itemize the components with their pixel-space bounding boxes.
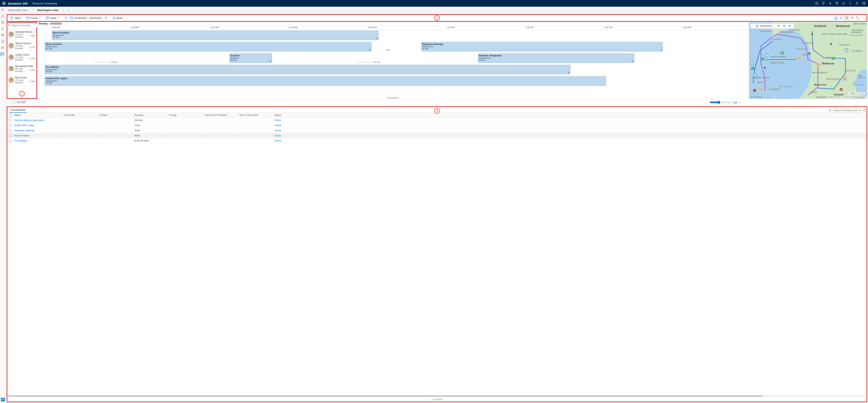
resource-row[interactable]: Bob Kozak (7h 16m booked) 16% — [7, 74, 36, 85]
lightbulb-icon[interactable] — [822, 2, 825, 5]
gear-icon[interactable] — [842, 2, 845, 5]
status-link[interactable]: Active — [275, 129, 281, 132]
grid-horizontal-scrollbar[interactable] — [7, 395, 867, 397]
zoom-slider[interactable] — [710, 101, 732, 104]
booking-block[interactable]: Install HVAC sytem Requirement 7h 16m — [45, 76, 606, 86]
gantt-chart[interactable]: Monday - 10/23/2023 8:00 AM9:00 AM10:00 … — [37, 22, 748, 99]
map-pin-2[interactable]: 2 — [753, 73, 757, 77]
requirement-row[interactable]: Express delivery spare parts 30 mins Act… — [7, 118, 867, 123]
map-avatar[interactable] — [798, 56, 802, 60]
requirements-refresh-icon[interactable] — [863, 109, 865, 112]
col-tfp[interactable]: Time From Promised — [204, 113, 238, 118]
requirement-link[interactable]: Fix antenna — [14, 140, 27, 142]
requirements-search-input[interactable] — [832, 108, 862, 113]
row-checkbox[interactable] — [9, 129, 12, 132]
row-checkbox[interactable] — [9, 124, 12, 127]
nav-building-icon[interactable] — [1, 40, 5, 43]
requirement-link[interactable]: Move furniture — [14, 134, 30, 137]
map-pin-3b[interactable]: 3 — [845, 48, 848, 52]
nav-list-icon[interactable] — [1, 46, 5, 50]
requirement-row[interactable]: Fix antenna 6 hrs 30 mins Active — [7, 138, 867, 143]
map-avatar[interactable] — [816, 63, 820, 67]
rs-badge[interactable]: RS — [1, 398, 5, 401]
nav-people-icon[interactable] — [1, 33, 5, 37]
grid-pager-prev[interactable]: ‹ — [430, 398, 431, 401]
requirement-row[interactable]: Regrease bearings 3 hrs Active — [7, 128, 867, 133]
pager-next-button[interactable]: › — [27, 101, 28, 104]
requirement-link[interactable]: Regrease bearings — [14, 129, 34, 132]
gantt-row[interactable]: 19m15mMove furniture Requirement 4h 15m … — [38, 41, 748, 53]
row-checkbox[interactable] — [9, 134, 12, 137]
nav-person-icon[interactable] — [1, 27, 5, 31]
resource-row[interactable]: Allison Dickson (7h 30m booked) 17% — [7, 40, 36, 51]
col-ttp[interactable]: Time To Promised — [238, 113, 273, 118]
date-range-button[interactable]: 10/19/2023 - 10/25/2023 — [68, 16, 104, 20]
requirement-row[interactable]: Move furniture 4 hrs Active — [7, 133, 867, 138]
date-prev-button[interactable] — [64, 16, 68, 20]
resource-row[interactable]: Bernadette Foley (6h 49m booked) 15% — [7, 62, 36, 74]
col-status[interactable]: Status — [273, 113, 867, 118]
row-checkbox[interactable] — [9, 140, 12, 142]
plus-icon[interactable] — [829, 2, 832, 5]
toolbar-more-button[interactable]: ⋯ — [124, 16, 129, 20]
tb-right-icon-1[interactable] — [833, 16, 838, 20]
map-avatar[interactable] — [843, 76, 847, 81]
nav-home-icon[interactable] — [1, 14, 5, 18]
filters-button[interactable]: Filters — [8, 16, 23, 20]
col-to[interactable]: To Date — [98, 113, 133, 118]
gantt-row[interactable]: 16mInstall HVAC sytem Requirement 7h 16m — [38, 75, 748, 87]
map-avatar[interactable] — [760, 87, 764, 92]
booking-block[interactable]: Express Requirem 3h 01m — [229, 54, 272, 63]
tb-agent-icon[interactable] — [844, 16, 849, 20]
map-zoom-out-icon[interactable] — [782, 25, 786, 27]
col-prio[interactable]: Priority — [168, 113, 204, 118]
grid-pager-next[interactable]: › — [443, 398, 444, 401]
booking-block[interactable]: Fix antenna Requirement 6h 49m — [45, 65, 570, 74]
date-next-button[interactable] — [103, 16, 108, 20]
resource-row[interactable]: Abraham McCormick (4h 22m booked) 10% — [7, 28, 36, 40]
pager-prev-button[interactable]: ‹ — [11, 101, 12, 104]
tb-more-icon[interactable]: ⋯ — [861, 16, 865, 20]
schedule-map[interactable]: 520 520 513 90 5 99 ‹ 10/23/2023 › Kirkl… — [749, 22, 867, 99]
timescale-dropdown[interactable]: Hourly — [25, 16, 42, 20]
col-dur[interactable]: Duration — [133, 113, 168, 118]
search-icon[interactable] — [815, 2, 818, 5]
tb-expand-icon[interactable] — [855, 16, 861, 20]
col-name[interactable]: Name — [13, 113, 62, 118]
gantt-row[interactable]: 19mFix antenna Requirement 6h 49m — [38, 64, 748, 75]
tb-refresh-icon[interactable] — [849, 16, 855, 20]
map-date-prev[interactable]: ‹ — [752, 25, 754, 27]
help-icon[interactable] — [849, 2, 852, 5]
tab-unscheduled[interactable]: Unscheduled — [9, 107, 27, 113]
status-link[interactable]: Active — [275, 124, 281, 127]
map-pin-3[interactable]: 3 — [750, 62, 754, 65]
booking-block[interactable]: Regrease bearings Requirement 3h 15m — [421, 42, 663, 52]
requirement-link[interactable]: Express delivery spare parts — [14, 119, 44, 122]
view-mode-dropdown[interactable]: Gantt — [44, 16, 61, 20]
requirement-link[interactable]: Install HVAC sytem — [14, 124, 34, 127]
col-from[interactable]: From Date — [62, 113, 98, 118]
status-link[interactable]: Active — [275, 140, 281, 142]
hamburger-icon[interactable]: ☰ — [1, 8, 4, 11]
map-pin-1[interactable]: 1 — [765, 54, 769, 57]
panel-icon[interactable] — [862, 2, 865, 5]
resource-row[interactable]: Ashley Chinn (7h 28m booked) 17% — [7, 51, 36, 62]
view-tab-washington[interactable]: Washington state — [35, 7, 61, 13]
map-zoom-in-icon[interactable] — [777, 25, 781, 27]
assistant-icon[interactable] — [856, 2, 859, 5]
view-tab-initial[interactable]: Initial public view — [6, 7, 30, 13]
gantt-row[interactable]: 2h 31m2h 27mExpress Requirem 3h 01m Repl… — [38, 53, 748, 64]
row-checkbox[interactable] — [9, 119, 12, 122]
map-date-next[interactable]: › — [773, 25, 775, 27]
tb-bell-icon[interactable] — [838, 16, 844, 20]
zoom-dropdown-icon[interactable]: ⌄ — [739, 101, 741, 104]
book-button[interactable]: Book — [111, 16, 124, 20]
status-link[interactable]: Active — [275, 134, 281, 137]
app-launcher-icon[interactable] — [2, 1, 6, 6]
nav-schedule-board-icon[interactable] — [1, 53, 5, 56]
add-view-button[interactable]: ＋ — [66, 8, 72, 12]
gantt-row[interactable]: 22mMove furniture Requirement 4h 22m — [38, 30, 748, 41]
requirement-row[interactable]: Install HVAC sytem 7 hrs Active — [7, 123, 867, 128]
booking-block[interactable]: Move furniture Requirement 4h 15m — [45, 42, 372, 52]
gantt-horizontal-scrollbar[interactable] — [38, 97, 748, 99]
